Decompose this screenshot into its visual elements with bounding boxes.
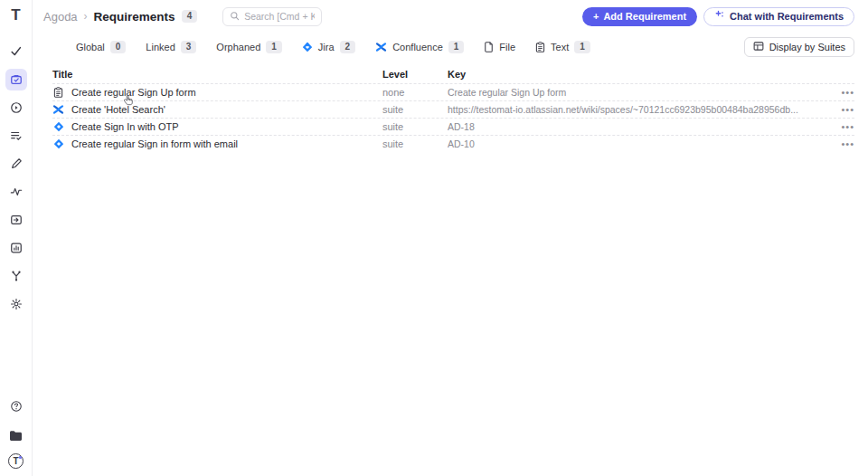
table-row[interactable]: Create Sign In with OTP suite AD-18 ••• [52,118,854,135]
sidebar-nav [5,41,27,315]
sidebar-item-settings[interactable] [5,293,27,315]
text-clipboard-icon [52,87,64,98]
filter-jira-count: 2 [340,41,356,53]
sidebar-item-requirements[interactable] [5,69,27,90]
requirement-key: Create regular Sign Up form [448,87,831,98]
filter-bar: Global 0 Linked 3 Orphaned 1 Jira 2 [33,36,868,58]
jira-icon [52,121,64,132]
requirement-title[interactable]: Create regular Sign Up form [71,87,196,98]
sidebar-item-plans[interactable] [5,125,27,147]
filter-linked[interactable]: Linked 3 [146,41,196,53]
table-row[interactable]: Create regular Sign in form with email s… [52,135,854,152]
plus-icon: + [593,11,599,22]
play-circle-icon [10,101,23,114]
top-actions: + Add Requirement Chat with Requirements [582,7,854,26]
avatar-t-logo: T [13,456,18,466]
requirement-key: AD-10 [448,138,831,149]
requirement-key: AD-18 [448,121,831,132]
clipboard-check-icon [10,73,23,86]
confluence-icon [375,42,387,52]
filter-global-count: 0 [110,41,127,53]
table-row[interactable]: Create 'Hotel Search' suite https://test… [52,100,854,118]
chat-with-requirements-button[interactable]: Chat with Requirements [703,7,854,26]
chart-box-icon [10,242,23,254]
gear-icon [10,298,23,310]
row-menu-button[interactable]: ••• [831,104,854,115]
search-icon [230,8,240,24]
filter-global[interactable]: Global 0 [76,41,126,53]
requirement-level: suite [382,104,448,115]
filter-linked-count: 3 [181,41,197,53]
help-icon [10,400,23,413]
pencil-icon [10,157,23,170]
search-box[interactable] [222,7,322,26]
list-check-icon [10,129,23,142]
filter-confluence-count: 1 [448,41,465,53]
requirements-count-badge: 4 [182,10,198,23]
filter-chips: Global 0 Linked 3 Orphaned 1 Jira 2 [76,41,590,53]
account-avatar[interactable]: T [8,453,24,469]
branch-icon [10,270,23,282]
sidebar-bottom: T [5,395,27,469]
sidebar-item-pulse[interactable] [5,181,27,203]
column-header-title: Title [52,69,382,80]
filter-text-count: 1 [574,41,590,53]
projects-button[interactable] [5,424,27,446]
check-icon [10,45,23,58]
sidebar-item-draft[interactable] [5,153,27,175]
requirements-table: Title Level Key Create regular Sign Up f… [52,65,854,152]
requirement-title[interactable]: Create regular Sign in form with email [71,138,238,149]
folder-icon [9,430,23,442]
activity-icon [10,186,23,198]
app-window: T [0,0,868,476]
sidebar-item-import[interactable] [5,209,27,231]
sparkles-icon [714,10,725,23]
sidebar-item-runs[interactable] [5,97,27,119]
filter-orphaned[interactable]: Orphaned 1 [216,41,282,53]
table-layout-icon [753,41,764,53]
sidebar-item-tests[interactable] [5,41,27,62]
sidebar: T [0,0,33,476]
file-icon [484,42,494,52]
requirement-level: none [382,87,448,98]
filter-orphaned-count: 1 [266,41,282,53]
filter-jira[interactable]: Jira 2 [302,41,355,53]
add-requirement-button[interactable]: + Add Requirement [582,7,697,26]
row-menu-button[interactable]: ••• [831,138,854,149]
column-header-level: Level [382,69,448,80]
help-button[interactable] [5,395,27,417]
breadcrumb-separator: › [84,10,88,23]
display-by-suites-button[interactable]: Display by Suites [744,37,854,57]
page-title: Requirements [94,10,175,24]
filter-confluence[interactable]: Confluence 1 [375,41,464,53]
jira-icon [302,42,313,52]
jira-icon [52,138,64,149]
filter-text[interactable]: Text 1 [535,41,590,53]
row-menu-button[interactable]: ••• [831,121,854,132]
main-area: Agoda › Requirements 4 + Add Requirement [33,0,868,476]
topbar: Agoda › Requirements 4 + Add Requirement [33,0,868,33]
breadcrumb: Agoda › Requirements 4 [43,10,197,24]
sidebar-item-analytics[interactable] [5,237,27,259]
search-input[interactable] [244,11,315,22]
app-logo[interactable]: T [11,6,20,26]
table-row[interactable]: Create regular Sign Up form none Create … [52,83,854,100]
filter-file[interactable]: File [484,42,515,52]
requirement-key: https://testomat-io.atlassian.net/wiki/s… [448,104,831,115]
requirement-level: suite [382,138,448,149]
requirement-level: suite [382,121,448,132]
text-clipboard-icon [535,42,545,52]
confluence-icon [52,104,64,115]
column-header-key: Key [448,69,831,80]
row-menu-button[interactable]: ••• [831,87,854,98]
sidebar-item-branches[interactable] [5,265,27,287]
requirement-title[interactable]: Create Sign In with OTP [71,121,179,132]
requirement-title[interactable]: Create 'Hotel Search' [71,104,165,115]
box-arrow-icon [10,214,23,226]
table-header-row: Title Level Key [52,65,854,83]
breadcrumb-project[interactable]: Agoda [43,10,78,24]
